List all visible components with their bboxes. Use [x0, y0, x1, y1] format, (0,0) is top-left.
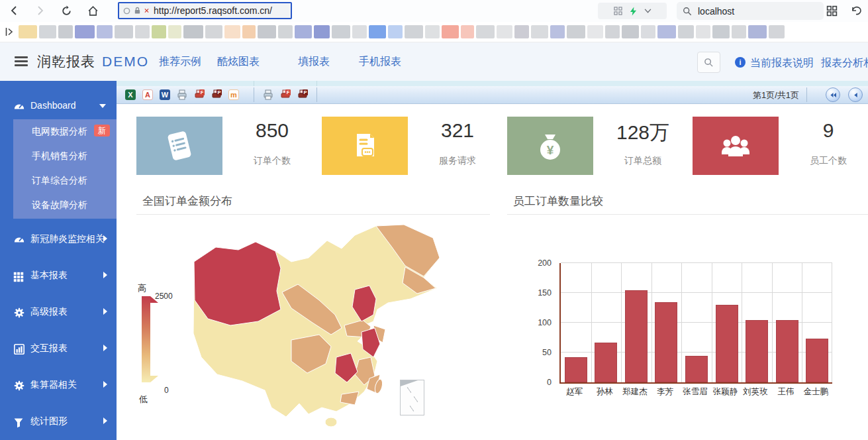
bookmark-item[interactable]: [183, 25, 203, 38]
sidebar-item-basic-reports[interactable]: 基本报表: [0, 265, 117, 285]
bookmark-item[interactable]: [314, 25, 330, 38]
x-tick-label: 张颖静: [710, 386, 741, 398]
submenu-item-order-analysis[interactable]: 订单综合分析: [13, 168, 117, 193]
sidebar-item-dashboard[interactable]: Dashboard: [0, 95, 117, 115]
bookmark-item[interactable]: [712, 25, 730, 38]
site-dot-icon: [123, 7, 130, 15]
nav-item-fill-report[interactable]: 填报表: [298, 55, 330, 69]
sidebar-item-advanced-reports[interactable]: 高级报表: [0, 302, 117, 321]
bookmark-item[interactable]: [732, 25, 746, 38]
print-applet-icon[interactable]: P: [211, 89, 222, 101]
export-m-doc-icon[interactable]: m: [228, 89, 240, 101]
bookmark-item[interactable]: [388, 25, 403, 38]
quick-search-box[interactable]: [677, 2, 824, 20]
submenu-item-grid-data[interactable]: 电网数据分析 新: [13, 119, 117, 144]
bookmark-item[interactable]: [657, 25, 676, 38]
prev-page-icon: [853, 92, 858, 98]
current-report-info-link[interactable]: 当前报表说明: [750, 56, 814, 70]
bookmark-item[interactable]: [622, 25, 639, 38]
export-excel-icon[interactable]: X: [124, 89, 136, 101]
print-flash-icon-2[interactable]: F: [279, 89, 291, 101]
bookmark-item[interactable]: [696, 25, 710, 38]
export-word-icon[interactable]: W: [159, 89, 171, 101]
bookmark-item[interactable]: [258, 25, 276, 38]
export-pdf-icon[interactable]: A: [142, 89, 154, 101]
nav-item-mobile-report[interactable]: 手机报表: [359, 55, 401, 69]
url-input[interactable]: [152, 5, 287, 17]
gridline: [651, 263, 652, 382]
south-china-sea-inset: [400, 380, 424, 415]
sidebar-item-interactive-reports[interactable]: 交互报表: [0, 338, 117, 358]
bookmark-item[interactable]: [205, 25, 222, 38]
home-icon[interactable]: [85, 3, 101, 19]
bookmark-item[interactable]: [514, 25, 529, 38]
kpi-value: 128万: [600, 119, 686, 146]
forward-icon[interactable]: [32, 3, 48, 19]
chevron-right-icon: [103, 381, 107, 388]
bookmark-item[interactable]: [97, 25, 113, 38]
bookmark-item[interactable]: [369, 25, 386, 38]
bookmark-item[interactable]: [39, 25, 56, 38]
sidebar-item-label: 统计图形: [30, 411, 68, 431]
quick-search-input[interactable]: [697, 5, 792, 17]
first-page-button[interactable]: [826, 87, 840, 102]
bookmark-item[interactable]: [769, 25, 785, 38]
bookmark-item[interactable]: [152, 25, 166, 38]
bookmark-item[interactable]: [476, 25, 495, 38]
x-tick-label: 郑建杰: [620, 386, 650, 398]
prev-page-button[interactable]: [848, 87, 863, 102]
kpi-label: 服务请求: [414, 155, 501, 167]
sidebar-expand-icon[interactable]: [1, 24, 17, 40]
nav-item-recommended[interactable]: 推荐示例: [159, 55, 201, 69]
back-icon[interactable]: [7, 3, 23, 19]
bar-plot: [559, 263, 832, 384]
address-bar[interactable]: [118, 2, 292, 19]
sidebar-item-esproc[interactable]: 集算器相关: [0, 374, 117, 394]
bookmark-item[interactable]: [587, 25, 603, 38]
print-flash-icon[interactable]: F: [193, 89, 205, 101]
refresh-icon[interactable]: [58, 3, 74, 19]
sidebar-item-statistic-charts[interactable]: 统计图形: [0, 411, 117, 431]
submenu-item-device-fault[interactable]: 设备故障分析: [13, 193, 117, 217]
bookmark-item[interactable]: [332, 25, 350, 38]
sidebar-item-covid[interactable]: 新冠肺炎监控相关: [0, 229, 117, 248]
print-applet-icon-2[interactable]: P: [297, 89, 309, 101]
bookmark-item[interactable]: [425, 25, 440, 38]
bookmark-item[interactable]: [531, 25, 548, 38]
tab-grid-icon[interactable]: [824, 3, 840, 19]
bookmark-item[interactable]: [58, 25, 73, 38]
bookmark-item[interactable]: [135, 25, 150, 38]
print-icon-2[interactable]: [262, 89, 274, 101]
bookmark-item[interactable]: [19, 25, 37, 38]
bookmark-item[interactable]: [75, 25, 95, 38]
bookmark-item[interactable]: [224, 25, 240, 38]
service-doc-icon: [345, 126, 385, 166]
bookmark-item[interactable]: [242, 25, 256, 38]
bookmark-item[interactable]: [405, 25, 423, 38]
nav-item-cool-charts[interactable]: 酷炫图表: [217, 55, 260, 69]
bookmark-item[interactable]: [678, 25, 694, 38]
menu-toggle-icon[interactable]: [15, 54, 28, 68]
bookmark-item[interactable]: [442, 25, 459, 38]
bookmark-item[interactable]: [115, 25, 133, 38]
bookmark-item[interactable]: [641, 25, 655, 38]
header-search-button[interactable]: [697, 52, 720, 73]
bookmark-item[interactable]: [352, 25, 367, 38]
bookmark-item[interactable]: [278, 25, 293, 38]
toolbar-separator: [316, 87, 317, 102]
print-icon[interactable]: [176, 89, 188, 101]
submenu-item-phone-sales[interactable]: 手机销售分析: [13, 144, 117, 168]
bookmark-item[interactable]: [497, 25, 512, 38]
bookmark-item[interactable]: [295, 25, 312, 38]
bookmark-item[interactable]: [748, 25, 767, 38]
sidebar-item-label: 新冠肺炎监控相关: [30, 229, 105, 248]
bookmark-item[interactable]: [168, 25, 181, 38]
undo-icon[interactable]: [848, 3, 864, 19]
report-analysis-link[interactable]: 报表分析相: [821, 56, 868, 70]
bookmark-item[interactable]: [567, 25, 585, 38]
bookmark-item[interactable]: [605, 25, 620, 38]
bookmark-item[interactable]: [550, 25, 565, 38]
extensions-pill[interactable]: [598, 3, 667, 19]
gridline: [742, 263, 742, 382]
bookmark-item[interactable]: [461, 25, 474, 38]
